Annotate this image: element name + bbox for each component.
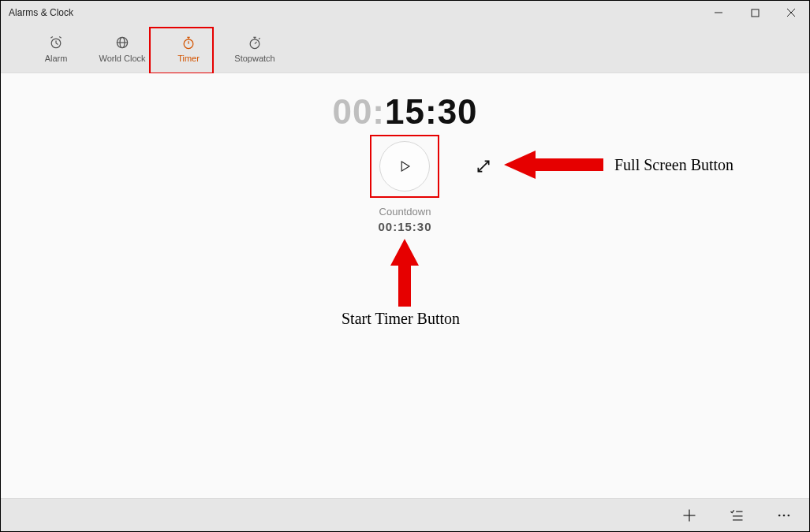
svg-marker-24	[390, 239, 419, 307]
close-button[interactable]	[773, 1, 809, 24]
fullscreen-button[interactable]	[474, 157, 493, 176]
tab-world-clock-label: World Clock	[99, 54, 145, 63]
annotation-label-fullscreen: Full Screen Button	[614, 156, 733, 174]
svg-marker-23	[504, 151, 603, 179]
svg-point-31	[783, 514, 786, 516]
timer-seconds: 30	[438, 92, 478, 131]
tab-bar: Alarm World Clock Timer Stopwatch	[1, 24, 809, 73]
svg-line-6	[56, 43, 58, 44]
tab-world-clock[interactable]: World Clock	[89, 24, 155, 73]
timer-sep2: :	[425, 92, 438, 131]
title-bar: Alarms & Clock	[1, 1, 809, 24]
stopwatch-icon	[247, 35, 263, 50]
annotation-arrow-start	[387, 239, 422, 307]
window-title: Alarms & Clock	[9, 7, 73, 18]
timer-content: 00:15:30 Countdown 00:15:30 Full Screen …	[1, 73, 809, 498]
world-clock-icon	[114, 35, 130, 50]
timer-display: 00:15:30	[332, 92, 477, 132]
countdown-value: 00:15:30	[378, 220, 431, 233]
close-icon	[786, 8, 796, 17]
timer-icon	[181, 35, 196, 50]
timer-hours: 00	[332, 92, 372, 131]
edit-timers-button[interactable]	[727, 506, 746, 525]
svg-point-32	[788, 514, 790, 516]
svg-line-17	[255, 42, 257, 44]
svg-line-22	[478, 161, 488, 171]
tab-alarm[interactable]: Alarm	[23, 24, 89, 73]
timer-sep1: :	[372, 92, 385, 131]
more-options-button[interactable]	[775, 506, 793, 525]
countdown-label: Countdown	[379, 206, 431, 218]
alarm-icon	[48, 35, 64, 50]
maximize-button[interactable]	[737, 1, 773, 24]
add-timer-button[interactable]	[680, 506, 699, 525]
window-controls	[700, 1, 809, 24]
svg-line-7	[50, 36, 53, 38]
svg-marker-21	[401, 162, 409, 171]
annotation-arrow-fullscreen	[504, 147, 603, 182]
timer-minutes: 15	[385, 92, 425, 131]
ellipsis-icon	[776, 508, 792, 523]
annotation-label-start: Start Timer Button	[342, 310, 460, 328]
tab-alarm-label: Alarm	[45, 54, 68, 63]
expand-icon	[476, 158, 491, 174]
svg-point-30	[778, 514, 781, 516]
bottom-bar	[1, 498, 809, 531]
tab-stopwatch[interactable]: Stopwatch	[222, 24, 288, 73]
minimize-icon	[714, 8, 723, 17]
tab-timer[interactable]: Timer	[155, 24, 222, 73]
maximize-icon	[751, 9, 760, 17]
list-check-icon	[729, 508, 745, 523]
start-timer-button[interactable]	[379, 141, 430, 192]
plus-icon	[681, 508, 697, 523]
tab-stopwatch-label: Stopwatch	[234, 54, 274, 63]
svg-line-8	[59, 36, 62, 38]
minimize-button[interactable]	[700, 1, 737, 24]
tab-timer-label: Timer	[177, 54, 200, 63]
play-icon	[398, 159, 412, 173]
svg-rect-1	[752, 9, 759, 17]
svg-line-20	[259, 38, 260, 39]
